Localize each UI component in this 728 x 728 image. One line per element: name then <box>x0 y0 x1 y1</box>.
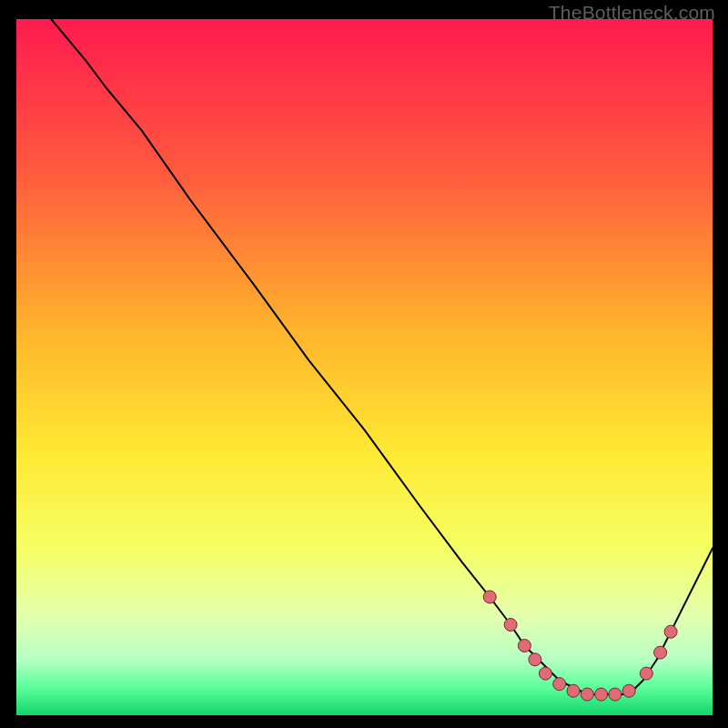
marker-point <box>664 625 677 638</box>
marker-point <box>567 684 580 697</box>
marker-point <box>553 678 566 691</box>
marker-point <box>539 667 551 680</box>
marker-point <box>518 640 531 652</box>
marker-point <box>581 688 593 701</box>
marker-point <box>504 619 517 632</box>
watermark-text: TheBottleneck.com <box>549 2 715 24</box>
chart-svg <box>16 19 713 715</box>
marker-point <box>483 591 496 603</box>
marker-point <box>654 646 667 659</box>
marker-point <box>595 688 608 701</box>
marker-point <box>622 684 635 697</box>
marker-point <box>640 667 652 680</box>
marker-point <box>609 688 622 701</box>
marker-point <box>529 653 541 666</box>
chart-root: { "watermark": "TheBottleneck.com", "cha… <box>0 0 728 728</box>
chart-background <box>16 19 713 715</box>
plot-area <box>16 19 713 715</box>
